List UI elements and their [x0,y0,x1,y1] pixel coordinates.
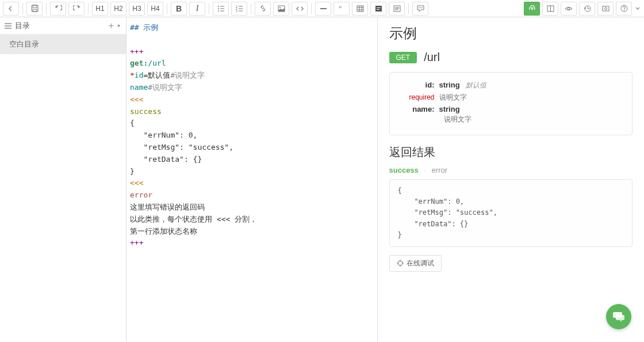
param-desc: 说明文字 [439,93,467,102]
svg-rect-1 [33,5,37,7]
editor-line: +++ [130,237,374,249]
preview-pane: 示例 GET /url id: string 默认值 required 说明文字… [378,17,645,342]
svg-point-7 [218,10,219,12]
response-code: { "errNum": 0, "retMsg": "success", "ret… [389,179,633,247]
svg-point-45 [398,261,402,265]
param-type: string [439,105,460,113]
editor-line [130,34,374,46]
history-button[interactable] [579,2,595,16]
svg-point-31 [419,7,420,8]
param-required: required [399,93,439,101]
chat-icon [612,311,625,322]
svg-point-3 [218,6,219,7]
svg-point-41 [623,10,624,10]
save-button[interactable] [26,2,43,16]
params-box: id: string 默认值 required 说明文字 name: strin… [389,72,633,135]
editor-line: name#说明文字 [130,82,374,94]
svg-point-39 [604,7,607,10]
quote-button[interactable]: ” [334,2,350,16]
svg-rect-24 [375,6,382,12]
template-button[interactable] [389,2,405,16]
status-tab-success[interactable]: success [389,166,419,174]
svg-rect-26 [377,9,379,10]
undo-button[interactable] [50,2,66,16]
editor-line: ## 示例 [130,22,374,34]
api-button[interactable] [370,2,386,16]
param-key: name: [399,105,439,113]
result-title: 返回结果 [389,145,633,160]
param-key: id: [399,81,439,89]
editor-line: get:/url [130,58,374,70]
param-default: 默认值 [466,81,486,90]
debug-button[interactable]: 在线调试 [389,255,442,272]
svg-rect-19 [357,6,363,12]
editor-line: 这里填写错误的返回码 [130,202,374,214]
comment-button[interactable] [412,2,428,16]
editor-line: error [130,189,374,202]
italic-button[interactable]: I [189,2,205,16]
chat-fab[interactable] [606,304,631,329]
svg-rect-2 [33,9,37,12]
status-tab-error[interactable]: error [432,166,447,174]
svg-point-33 [421,7,423,8]
svg-point-5 [218,8,219,9]
svg-rect-25 [377,7,381,8]
redo-button[interactable] [68,2,85,16]
more-button[interactable] [634,2,642,16]
api-endpoint: GET /url [389,51,633,64]
svg-point-36 [568,7,570,10]
editor-line: } [130,166,374,178]
bold-button[interactable]: B [171,2,187,16]
ol-button[interactable]: 123 [231,2,247,16]
h1-button[interactable]: H1 [92,2,108,16]
editor-line: *id=默认值#说明文字 [130,70,374,82]
toc-caret[interactable]: ▾ [116,22,121,29]
editor-line: success [130,106,374,118]
param-type: string [439,81,460,89]
preview-title: 示例 [389,24,633,43]
editor-pane[interactable]: ## 示例 +++ get:/url *id=默认值#说明文字 name#说明文… [126,17,378,342]
sidebar-title: 目录 [15,21,106,31]
h4-button[interactable]: H4 [147,2,163,16]
svg-text:”: ” [339,5,342,12]
preview-button[interactable] [561,2,577,16]
editor-line: 以此类推，每个状态使用 <<< 分割， [130,214,374,226]
add-toc-button[interactable]: + [106,21,116,31]
upload-button[interactable] [524,2,540,16]
editor-line: 第一行添加状态名称 [130,226,374,238]
editor-line: { [130,117,374,130]
svg-point-16 [279,7,281,8]
export-button[interactable] [597,2,614,16]
method-badge: GET [389,52,417,63]
split-view-button[interactable] [542,2,558,16]
editor-line: <<< [130,177,374,189]
back-button[interactable] [3,2,19,16]
crosshair-icon [397,260,404,267]
image-button[interactable] [273,2,289,16]
sidebar-item-blank[interactable]: 空白目录 [0,35,126,54]
editor-line: "retMsg": "success", [130,142,374,154]
link-button[interactable] [255,2,271,16]
editor-line: +++ [130,46,374,58]
table-button[interactable] [352,2,368,16]
hr-button[interactable] [315,2,331,16]
debug-label: 在线调试 [407,259,434,268]
code-button[interactable] [292,2,308,16]
h3-button[interactable]: H3 [129,2,145,16]
editor-line: "errNum": 0, [130,130,374,142]
svg-rect-38 [603,6,609,11]
h2-button[interactable]: H2 [110,2,126,16]
svg-text:3: 3 [236,9,237,12]
ul-button[interactable] [213,2,229,16]
param-desc: 说明文字 [399,115,623,124]
svg-point-32 [420,7,421,8]
editor-line: "retData": {} [130,154,374,166]
api-url: /url [424,51,440,64]
editor-line: <<< [130,94,374,106]
menu-icon [5,23,12,29]
help-button[interactable] [616,2,632,16]
status-tabs: success · error [389,166,633,174]
toolbar: H1 H2 H3 H4 B I 123 ” [0,0,644,17]
sidebar: 目录 + ▾ 空白目录 [0,17,126,342]
